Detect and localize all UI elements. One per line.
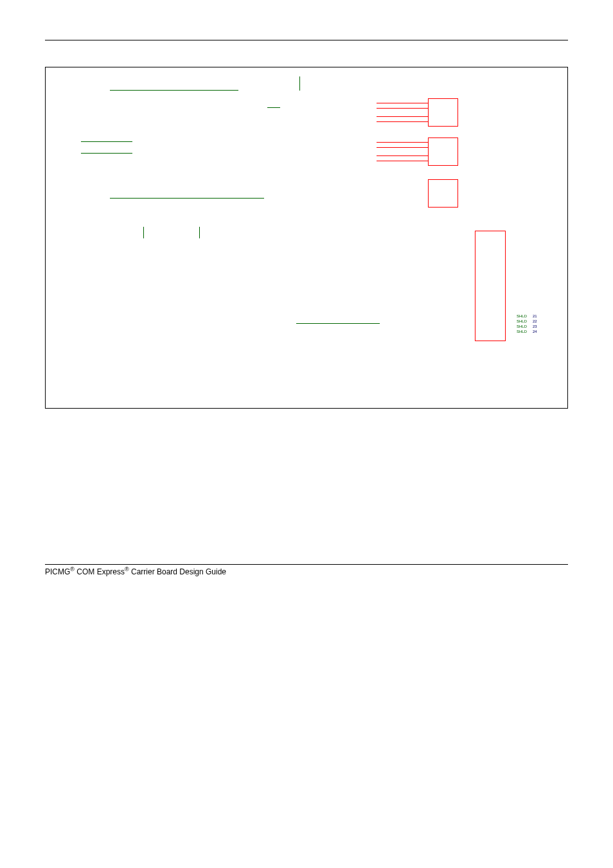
figure-caption xyxy=(45,55,568,66)
wire xyxy=(81,153,132,154)
wire xyxy=(377,121,428,122)
box-d8 xyxy=(428,137,458,166)
shld-1: SHLD xyxy=(517,314,527,318)
page-footer: PICMG® COM Express® Carrier Board Design… xyxy=(45,564,568,576)
page-header xyxy=(45,0,568,40)
shld-n1: 21 xyxy=(533,314,537,318)
wire xyxy=(143,227,144,238)
wire xyxy=(377,103,428,103)
wire xyxy=(377,147,428,148)
wire xyxy=(377,116,428,117)
wire xyxy=(377,108,428,109)
header-rule xyxy=(45,40,568,40)
shld-2: SHLD xyxy=(517,319,527,323)
shld-n3: 23 xyxy=(533,324,537,328)
wire xyxy=(110,90,238,91)
footer-left: PICMG® COM Express® Carrier Board Design… xyxy=(45,566,226,576)
box-x21 xyxy=(475,231,506,341)
wire xyxy=(377,161,428,161)
wire xyxy=(299,76,300,91)
shld-n4: 24 xyxy=(533,330,537,333)
box-d9 xyxy=(428,179,458,208)
wire xyxy=(296,323,380,324)
wire xyxy=(199,227,200,238)
shld-n2: 22 xyxy=(533,319,537,323)
wire xyxy=(377,142,428,143)
box-d7 xyxy=(428,98,458,127)
wire xyxy=(81,141,132,142)
shld-4: SHLD xyxy=(517,330,527,333)
wire xyxy=(377,155,428,156)
wire xyxy=(267,107,280,108)
shld-3: SHLD xyxy=(517,324,527,328)
schematic-figure: SHLD SHLD SHLD SHLD 21 22 23 24 xyxy=(45,67,568,409)
wire xyxy=(110,198,264,199)
section-heading xyxy=(45,424,568,436)
